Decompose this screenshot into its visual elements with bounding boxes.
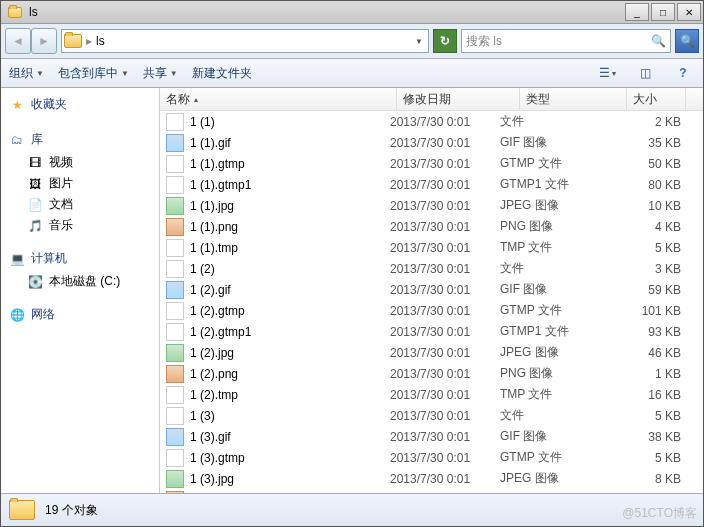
- file-row[interactable]: 1 (1).gtmp2013/7/30 0:01GTMP 文件50 KB: [160, 153, 703, 174]
- network-group[interactable]: 🌐 网络: [9, 306, 151, 323]
- file-row[interactable]: 1 (2).gif2013/7/30 0:01GIF 图像59 KB: [160, 279, 703, 300]
- drive-icon: 💽: [27, 274, 43, 290]
- file-row[interactable]: 1 (1).gif2013/7/30 0:01GIF 图像35 KB: [160, 132, 703, 153]
- libraries-icon: 🗂: [9, 132, 25, 148]
- file-row[interactable]: 1 (2).gtmp2013/7/30 0:01GTMP 文件101 KB: [160, 300, 703, 321]
- file-type: GTMP1 文件: [500, 176, 594, 193]
- file-date: 2013/7/30 0:01: [390, 262, 500, 276]
- new-folder-button[interactable]: 新建文件夹: [192, 65, 252, 82]
- preview-pane-button[interactable]: ◫: [633, 62, 657, 84]
- file-date: 2013/7/30 0:01: [390, 283, 500, 297]
- file-name: 1 (1): [190, 115, 215, 129]
- file-size: 16 KB: [594, 388, 703, 402]
- file-date: 2013/7/30 0:01: [390, 241, 500, 255]
- status-bar: 19 个对象: [1, 493, 703, 526]
- file-icon: [166, 176, 184, 194]
- file-size: 4 KB: [594, 220, 703, 234]
- file-row[interactable]: 1 (1).tmp2013/7/30 0:01TMP 文件5 KB: [160, 237, 703, 258]
- file-row[interactable]: 1 (1)2013/7/30 0:01文件2 KB: [160, 111, 703, 132]
- search-input[interactable]: 搜索 ls 🔍: [461, 29, 671, 53]
- file-list[interactable]: 1 (1)2013/7/30 0:01文件2 KB1 (1).gif2013/7…: [160, 111, 703, 493]
- search-icon: 🔍: [651, 34, 666, 48]
- file-row[interactable]: 1 (1).png2013/7/30 0:01PNG 图像4 KB: [160, 216, 703, 237]
- close-button[interactable]: ✕: [677, 3, 701, 21]
- file-row[interactable]: 1 (3)2013/7/30 0:01文件5 KB: [160, 405, 703, 426]
- status-text: 19 个对象: [45, 502, 98, 519]
- file-name: 1 (2).gtmp1: [190, 325, 251, 339]
- minimize-button[interactable]: _: [625, 3, 649, 21]
- header-size[interactable]: 大小: [627, 88, 686, 110]
- sidebar-item-drive-c[interactable]: 💽本地磁盘 (C:): [9, 271, 151, 292]
- address-dropdown-icon[interactable]: ▼: [412, 37, 426, 46]
- file-icon: [166, 113, 184, 131]
- sidebar-item-videos[interactable]: 🎞视频: [9, 152, 151, 173]
- file-icon: [166, 386, 184, 404]
- header-type[interactable]: 类型: [520, 88, 627, 110]
- view-options-button[interactable]: ☰▾: [595, 62, 619, 84]
- file-row[interactable]: 1 (1).gtmp12013/7/30 0:01GTMP1 文件80 KB: [160, 174, 703, 195]
- header-date[interactable]: 修改日期: [397, 88, 520, 110]
- file-row[interactable]: 1 (3).jpg2013/7/30 0:01JPEG 图像8 KB: [160, 468, 703, 489]
- file-type: TMP 文件: [500, 386, 594, 403]
- file-name: 1 (2): [190, 262, 215, 276]
- file-row[interactable]: 1 (2).tmp2013/7/30 0:01TMP 文件16 KB: [160, 384, 703, 405]
- file-icon: [166, 407, 184, 425]
- sidebar-item-music[interactable]: 🎵音乐: [9, 215, 151, 236]
- file-size: 50 KB: [594, 157, 703, 171]
- include-in-library-menu[interactable]: 包含到库中▼: [58, 65, 129, 82]
- file-row[interactable]: 1 (2).jpg2013/7/30 0:01JPEG 图像46 KB: [160, 342, 703, 363]
- computer-group[interactable]: 💻 计算机: [9, 250, 151, 267]
- forward-button[interactable]: ►: [31, 28, 57, 54]
- file-type: GIF 图像: [500, 134, 594, 151]
- file-date: 2013/7/30 0:01: [390, 220, 500, 234]
- file-type: JPEG 图像: [500, 470, 594, 487]
- file-name: 1 (2).png: [190, 367, 238, 381]
- file-type: GIF 图像: [500, 428, 594, 445]
- file-date: 2013/7/30 0:01: [390, 157, 500, 171]
- file-name: 1 (1).tmp: [190, 241, 238, 255]
- documents-icon: 📄: [27, 197, 43, 213]
- navigation-pane[interactable]: ★ 收藏夹 🗂 库 🎞视频 🖼图片 📄文档 🎵音乐 💻 计算机: [1, 88, 160, 493]
- header-name[interactable]: 名称▴: [160, 88, 397, 110]
- file-size: 101 KB: [594, 304, 703, 318]
- refresh-button[interactable]: ↻: [433, 29, 457, 53]
- help-button[interactable]: ?: [671, 62, 695, 84]
- file-type: GTMP1 文件: [500, 323, 594, 340]
- address-bar[interactable]: ▸ ls ▼: [61, 29, 429, 53]
- file-size: 59 KB: [594, 283, 703, 297]
- file-size: 80 KB: [594, 178, 703, 192]
- file-type: TMP 文件: [500, 239, 594, 256]
- maximize-button[interactable]: □: [651, 3, 675, 21]
- search-go-button[interactable]: 🔍: [675, 29, 699, 53]
- libraries-group[interactable]: 🗂 库: [9, 131, 151, 148]
- file-row[interactable]: 1 (2).gtmp12013/7/30 0:01GTMP1 文件93 KB: [160, 321, 703, 342]
- system-menu-icon[interactable]: [7, 4, 23, 20]
- file-name: 1 (1).jpg: [190, 199, 234, 213]
- file-row[interactable]: 1 (2)2013/7/30 0:01文件3 KB: [160, 258, 703, 279]
- file-list-pane: 名称▴ 修改日期 类型 大小 1 (1)2013/7/30 0:01文件2 KB…: [160, 88, 703, 493]
- explorer-window: ls _ □ ✕ ◄ ► ▸ ls ▼ ↻ 搜索 ls 🔍 🔍 组织▼ 包含到库…: [0, 0, 704, 527]
- file-name: 1 (3).gif: [190, 430, 231, 444]
- sidebar-item-pictures[interactable]: 🖼图片: [9, 173, 151, 194]
- file-row[interactable]: 1 (3).gtmp2013/7/30 0:01GTMP 文件5 KB: [160, 447, 703, 468]
- file-size: 93 KB: [594, 325, 703, 339]
- back-button[interactable]: ◄: [5, 28, 31, 54]
- file-row[interactable]: 1 (3).gif2013/7/30 0:01GIF 图像38 KB: [160, 426, 703, 447]
- organize-menu[interactable]: 组织▼: [9, 65, 44, 82]
- file-size: 35 KB: [594, 136, 703, 150]
- title-bar[interactable]: ls _ □ ✕: [1, 1, 703, 24]
- favorites-group[interactable]: ★ 收藏夹: [9, 96, 151, 113]
- file-date: 2013/7/30 0:01: [390, 199, 500, 213]
- file-size: 5 KB: [594, 241, 703, 255]
- file-date: 2013/7/30 0:01: [390, 136, 500, 150]
- file-date: 2013/7/30 0:01: [390, 115, 500, 129]
- folder-icon: [64, 34, 82, 48]
- file-date: 2013/7/30 0:01: [390, 388, 500, 402]
- file-row[interactable]: 1 (1).jpg2013/7/30 0:01JPEG 图像10 KB: [160, 195, 703, 216]
- computer-icon: 💻: [9, 251, 25, 267]
- file-name: 1 (3).gtmp: [190, 451, 245, 465]
- breadcrumb-item[interactable]: ls: [96, 34, 105, 48]
- share-menu[interactable]: 共享▼: [143, 65, 178, 82]
- file-row[interactable]: 1 (2).png2013/7/30 0:01PNG 图像1 KB: [160, 363, 703, 384]
- sidebar-item-documents[interactable]: 📄文档: [9, 194, 151, 215]
